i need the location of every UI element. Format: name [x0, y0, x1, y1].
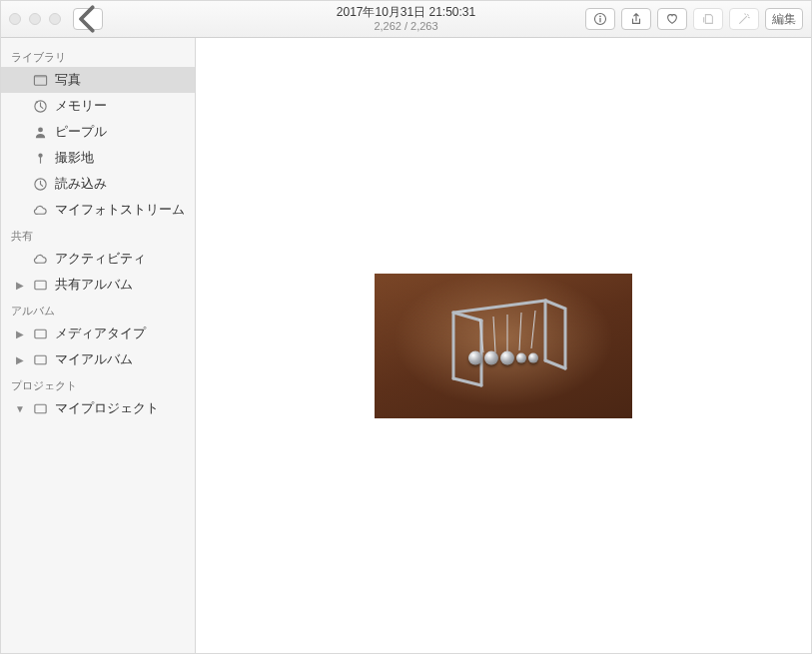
minimize-window-button[interactable]: [29, 13, 41, 25]
svg-rect-13: [34, 404, 45, 412]
svg-line-17: [519, 313, 521, 350]
svg-line-15: [493, 317, 495, 352]
photo-cradle-balls: [468, 351, 538, 365]
toolbar-right: 編集: [585, 8, 803, 30]
window-controls: [9, 13, 61, 25]
photo-preview[interactable]: [375, 274, 632, 418]
sidebar-item-my-projects[interactable]: ▼ マイプロジェクト: [1, 395, 195, 421]
section-header-albums: アルバム: [1, 298, 195, 321]
disclosure-triangle-icon[interactable]: ▶: [15, 354, 25, 365]
share-icon: [629, 12, 643, 26]
sidebar-item-label: 共有アルバム: [55, 276, 133, 294]
sidebar-item-label: マイフォトストリーム: [55, 201, 185, 219]
sidebar-item-photos[interactable]: 写真: [1, 67, 195, 93]
magic-wand-icon: [737, 12, 751, 26]
favorite-button[interactable]: [657, 8, 687, 30]
svg-rect-10: [34, 281, 45, 289]
sidebar-item-activity[interactable]: アクティビティ: [1, 246, 195, 272]
album-icon: [32, 326, 48, 341]
sidebar-item-shared-albums[interactable]: ▶ 共有アルバム: [1, 272, 195, 298]
info-icon: [593, 12, 607, 26]
disclosure-triangle-icon[interactable]: ▶: [15, 280, 25, 291]
sidebar-item-label: アクティビティ: [55, 250, 146, 268]
back-button[interactable]: [73, 8, 103, 30]
sidebar-item-imports[interactable]: 読み込み: [1, 171, 195, 197]
album-icon: [32, 400, 48, 416]
share-button[interactable]: [621, 8, 651, 30]
cloud-icon: [32, 251, 48, 267]
sidebar-item-memories[interactable]: メモリー: [1, 93, 195, 119]
disclosure-triangle-icon[interactable]: ▼: [15, 403, 25, 414]
svg-rect-2: [599, 18, 600, 22]
svg-rect-11: [34, 329, 45, 337]
disclosure-triangle-icon[interactable]: ▶: [15, 328, 25, 339]
sidebar-item-label: メモリー: [55, 97, 107, 115]
body: ライブラリ 写真 メモリー ピープル 撮影地: [1, 38, 811, 653]
chevron-left-icon: [74, 5, 102, 33]
heart-icon: [665, 12, 679, 26]
clock-icon: [32, 176, 48, 192]
pin-icon: [32, 150, 48, 166]
titlebar: 2017年10月31日 21:50:31 2,262 / 2,263 編集: [1, 1, 811, 38]
title-center: 2017年10月31日 21:50:31 2,262 / 2,263: [337, 5, 475, 33]
close-window-button[interactable]: [9, 13, 21, 25]
zoom-window-button[interactable]: [49, 13, 61, 25]
svg-point-6: [38, 127, 43, 132]
section-header-library: ライブラリ: [1, 44, 195, 67]
sidebar-item-photostream[interactable]: マイフォトストリーム: [1, 197, 195, 223]
svg-point-1: [599, 16, 601, 18]
sidebar-item-media-types[interactable]: ▶ メディアタイプ: [1, 321, 195, 346]
sidebar-item-label: 読み込み: [55, 175, 107, 193]
photo-date: 2017年10月31日 21:50:31: [337, 5, 475, 19]
svg-line-18: [531, 311, 535, 348]
content-area: [196, 38, 811, 653]
rotate-button[interactable]: [693, 8, 723, 30]
sidebar-item-people[interactable]: ピープル: [1, 119, 195, 145]
sidebar-item-my-albums[interactable]: ▶ マイアルバム: [1, 346, 195, 372]
photo-counter: 2,262 / 2,263: [337, 20, 475, 33]
enhance-button[interactable]: [729, 8, 759, 30]
section-header-projects: プロジェクト: [1, 372, 195, 395]
app-window: 2017年10月31日 21:50:31 2,262 / 2,263 編集: [0, 0, 812, 654]
sidebar-item-label: マイプロジェクト: [55, 399, 159, 417]
sidebar: ライブラリ 写真 メモリー ピープル 撮影地: [1, 38, 196, 653]
rotate-icon: [701, 12, 715, 26]
svg-rect-8: [39, 157, 40, 164]
album-icon: [32, 277, 48, 293]
sidebar-item-places[interactable]: 撮影地: [1, 145, 195, 171]
sidebar-item-label: 撮影地: [55, 149, 94, 167]
memories-icon: [32, 98, 48, 114]
people-icon: [32, 124, 48, 140]
cloud-icon: [32, 202, 48, 218]
edit-label: 編集: [772, 11, 796, 28]
photos-icon: [32, 72, 48, 88]
edit-button[interactable]: 編集: [765, 8, 803, 30]
sidebar-item-label: ピープル: [55, 123, 107, 141]
info-button[interactable]: [585, 8, 615, 30]
photo-newtons-cradle: [433, 291, 573, 390]
svg-rect-12: [34, 355, 45, 363]
sidebar-item-label: マイアルバム: [55, 350, 133, 368]
album-icon: [32, 351, 48, 367]
section-header-shared: 共有: [1, 223, 195, 246]
sidebar-item-label: 写真: [55, 71, 81, 89]
sidebar-item-label: メディアタイプ: [55, 325, 146, 342]
svg-rect-4: [34, 75, 46, 77]
